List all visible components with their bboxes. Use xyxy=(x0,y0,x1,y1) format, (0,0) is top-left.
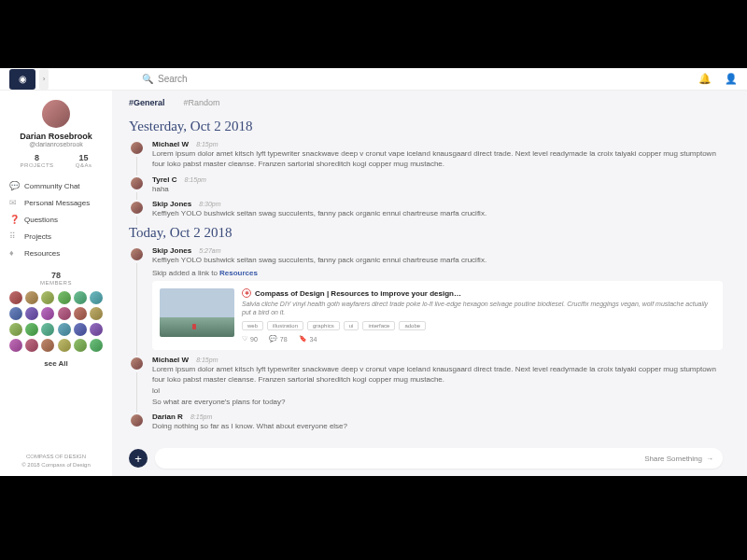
sidebar-item-0[interactable]: 💬Community Chat xyxy=(9,177,103,194)
tag[interactable]: web xyxy=(242,321,263,330)
timestamp: 8:30pm xyxy=(199,201,220,207)
author[interactable]: Darian R xyxy=(152,413,183,421)
member-avatar[interactable] xyxy=(9,291,22,304)
compass-icon: ✱ xyxy=(242,288,251,298)
avatar[interactable] xyxy=(129,140,145,156)
message: Michael W8:15pm Lorem ipsum dolor amet k… xyxy=(129,356,723,407)
nav-label: Resources xyxy=(24,249,60,258)
footer-brand: COMPASS OF DESIGN © 2018 Compass of Desi… xyxy=(9,453,103,469)
tag[interactable]: ui xyxy=(344,321,359,330)
author[interactable]: Skip Jones xyxy=(152,246,191,255)
add-button[interactable]: + xyxy=(129,449,148,468)
timestamp: 5:27am xyxy=(199,247,220,254)
member-avatar[interactable] xyxy=(41,339,54,352)
logo-chevron[interactable]: › xyxy=(39,69,49,90)
member-avatar[interactable] xyxy=(58,323,71,336)
card-stats: ♡90💬78🔖34 xyxy=(242,335,715,343)
member-avatar[interactable] xyxy=(74,291,87,304)
nav-label: Questions xyxy=(24,216,58,224)
message-text: Keffiyeh YOLO bushwick seitan swag succu… xyxy=(152,209,723,219)
member-avatar[interactable] xyxy=(9,339,22,352)
timestamp: 8:15pm xyxy=(190,413,212,420)
tab-random[interactable]: #Random xyxy=(184,98,220,107)
author[interactable]: Michael W xyxy=(152,140,189,148)
logo[interactable]: ◉ xyxy=(9,69,35,90)
date-header: Today, Oct 2 2018 xyxy=(129,225,723,241)
author[interactable]: Michael W xyxy=(152,356,189,364)
tag[interactable]: interface xyxy=(362,321,395,330)
topbar: ◉ › 🔍 Search 🔔 👤 xyxy=(0,68,747,91)
user-icon[interactable]: 👤 xyxy=(725,73,738,85)
avatar[interactable] xyxy=(129,356,145,371)
stat-qas[interactable]: 15 Q&As xyxy=(76,153,92,168)
bell-icon[interactable]: 🔔 xyxy=(698,73,712,85)
message-text: haha xyxy=(152,185,723,195)
nav-icon: ♦ xyxy=(9,248,19,258)
message-text: Lorem ipsum dolor amet kitsch lyft typew… xyxy=(152,365,723,385)
message: Tyrel C8:15pm haha xyxy=(129,175,723,195)
tag[interactable]: graphics xyxy=(307,321,340,330)
members-label: MEMBERS xyxy=(9,280,103,286)
member-avatar[interactable] xyxy=(58,339,71,352)
member-avatar[interactable] xyxy=(74,307,87,320)
search-placeholder: Search xyxy=(158,74,188,84)
card-stat[interactable]: ♡90 xyxy=(242,335,258,343)
activity-note: Skip added a link to Resources xyxy=(152,269,723,277)
avatar[interactable] xyxy=(42,100,70,128)
member-avatar[interactable] xyxy=(25,291,38,304)
avatar[interactable] xyxy=(129,200,145,216)
nav-label: Personal Messages xyxy=(24,199,90,207)
timestamp: 8:15pm xyxy=(196,357,218,363)
card-title: Compass of Design | Resources to improve… xyxy=(255,288,461,297)
card-tags: webillustrationgraphicsuiinterfaceadobe xyxy=(242,321,715,330)
card-stat[interactable]: 💬78 xyxy=(269,335,288,343)
user-name: Darian Rosebrook xyxy=(9,132,103,141)
tab-general[interactable]: #General xyxy=(129,98,165,107)
link-card[interactable]: ✱Compass of Design | Resources to improv… xyxy=(152,281,723,350)
message: Skip Jones8:30pm Keffiyeh YOLO bushwick … xyxy=(129,200,723,219)
avatar[interactable] xyxy=(129,413,145,428)
resources-link[interactable]: Resources xyxy=(219,269,258,277)
message: Skip Jones5:27am Keffiyeh YOLO bushwick … xyxy=(129,246,723,350)
message: Darian R8:15pm Doing nothing so far as I… xyxy=(129,413,723,432)
card-stat[interactable]: 🔖34 xyxy=(299,335,317,343)
member-avatar[interactable] xyxy=(41,291,54,304)
tag[interactable]: adobe xyxy=(399,321,426,330)
avatar[interactable] xyxy=(129,175,145,191)
search-input[interactable]: 🔍 Search xyxy=(142,74,188,84)
sidebar: Darian Rosebrook @darianrosebrook 8 PROJ… xyxy=(0,91,112,476)
message-text: Lorem ipsum dolor amet kitsch lyft typew… xyxy=(152,149,723,170)
member-avatar[interactable] xyxy=(58,291,71,304)
arrow-right-icon: → xyxy=(706,455,713,463)
author[interactable]: Skip Jones xyxy=(152,200,191,208)
sidebar-item-3[interactable]: ⠿Projects xyxy=(9,228,103,245)
member-avatar[interactable] xyxy=(9,323,22,336)
compose-input[interactable]: Share Something → xyxy=(155,448,723,469)
member-avatar[interactable] xyxy=(90,307,103,320)
message-feed[interactable]: Yesterday, Oct 2 2018 Michael W8:15pm Lo… xyxy=(112,115,740,442)
member-avatar[interactable] xyxy=(74,323,87,336)
member-avatar[interactable] xyxy=(74,339,87,352)
member-avatar[interactable] xyxy=(9,307,22,320)
member-avatar[interactable] xyxy=(41,323,54,336)
member-avatar[interactable] xyxy=(41,307,54,320)
sidebar-item-4[interactable]: ♦Resources xyxy=(9,245,103,261)
member-avatar[interactable] xyxy=(25,339,38,352)
member-avatar[interactable] xyxy=(25,323,38,336)
timestamp: 8:15pm xyxy=(185,176,206,183)
author[interactable]: Tyrel C xyxy=(152,175,177,184)
tag[interactable]: illustration xyxy=(267,321,303,330)
member-avatar[interactable] xyxy=(58,307,71,320)
sidebar-item-2[interactable]: ❓Questions xyxy=(9,211,103,228)
message-text: Doing nothing so far as I know. What abo… xyxy=(152,422,723,432)
member-avatar[interactable] xyxy=(25,307,38,320)
sidebar-item-1[interactable]: ✉Personal Messages xyxy=(9,194,103,211)
nav-label: Community Chat xyxy=(24,182,80,190)
member-avatar[interactable] xyxy=(90,339,103,352)
member-avatar[interactable] xyxy=(90,291,103,304)
avatar[interactable] xyxy=(129,246,145,262)
nav-icon: ✉ xyxy=(9,198,19,207)
stat-projects[interactable]: 8 PROJECTS xyxy=(21,153,54,168)
member-avatar[interactable] xyxy=(90,323,103,336)
see-all-link[interactable]: see All xyxy=(9,359,103,368)
